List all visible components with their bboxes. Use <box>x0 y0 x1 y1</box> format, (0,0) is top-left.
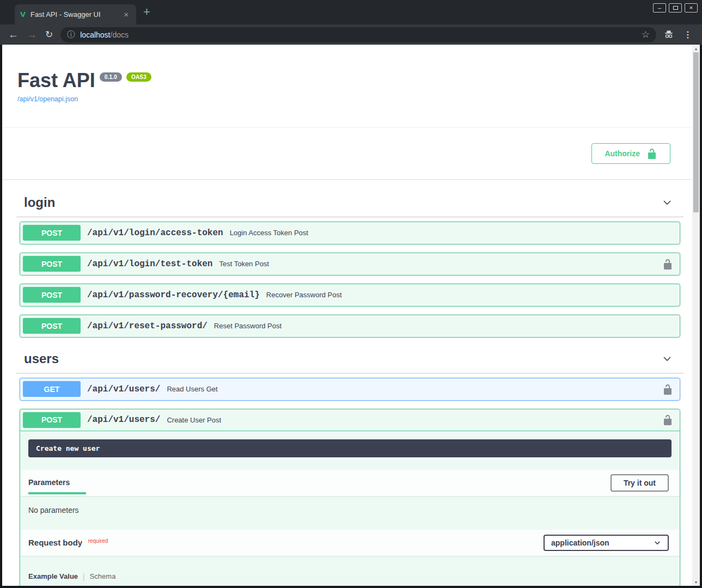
method-badge: POST <box>23 412 81 428</box>
auth-lock-button[interactable] <box>662 414 673 425</box>
url-bar[interactable]: ⓘ localhost /docs ☆ <box>60 27 656 42</box>
opblock-body: Create new user Parameters Try it out No… <box>20 431 680 586</box>
chevron-down-icon[interactable] <box>662 197 673 208</box>
tab-title: Fast API - Swagger UI <box>30 10 121 19</box>
op-summary: Create User Post <box>167 416 221 424</box>
request-body-section-header: Request body required application/json <box>20 530 680 556</box>
request-body-label: Request body <box>28 538 82 547</box>
forward-icon[interactable]: → <box>27 29 37 40</box>
browser-tab[interactable]: V Fast API - Swagger UI × <box>15 4 136 24</box>
op-summary: Login Access Token Post <box>230 229 308 237</box>
scroll-down-icon[interactable]: ▼ <box>692 578 700 586</box>
operation-list-users: GET /api/v1/users/ Read Users Get POST /… <box>16 373 683 586</box>
browser-titlebar: V Fast API - Swagger UI × + – × <box>0 0 702 24</box>
openapi-spec-link[interactable]: /api/v1/openapi.json <box>17 95 78 103</box>
op-path: /api/v1/login/access-token <box>87 228 223 238</box>
unlock-icon <box>646 148 657 159</box>
chevron-down-icon[interactable] <box>662 353 673 364</box>
minimize-button[interactable]: – <box>653 3 666 13</box>
op-summary: Reset Password Post <box>214 322 282 330</box>
method-badge: POST <box>23 318 81 334</box>
browser-menu-icon[interactable]: ⋮ <box>683 29 692 40</box>
unlock-icon <box>662 259 673 270</box>
scheme-container: Authorize <box>2 128 692 179</box>
parameters-section-header: Parameters Try it out <box>20 470 680 496</box>
method-badge: POST <box>23 256 81 272</box>
unlock-icon <box>662 414 673 425</box>
opblock-read-users[interactable]: GET /api/v1/users/ Read Users Get <box>20 378 680 401</box>
opblock-create-user-header[interactable]: POST /api/v1/users/ Create User Post <box>20 409 680 431</box>
section-name: users <box>24 351 59 366</box>
tab-parameters[interactable]: Parameters <box>28 471 86 494</box>
chevron-down-icon <box>654 539 661 547</box>
media-type-select[interactable]: application/json <box>544 535 669 551</box>
opblock-login-test-token[interactable]: POST /api/v1/login/test-token Test Token… <box>20 253 680 275</box>
opblock-create-user: POST /api/v1/users/ Create User Post Cre… <box>20 409 680 586</box>
url-host: localhost <box>80 30 110 39</box>
op-summary: Recover Password Post <box>266 291 342 299</box>
op-path: /api/v1/users/ <box>87 384 160 394</box>
try-it-out-button[interactable]: Try it out <box>611 474 669 492</box>
new-tab-button[interactable]: + <box>143 5 150 19</box>
required-label: required <box>88 538 108 544</box>
section-header-login[interactable]: login <box>16 189 683 217</box>
maximize-button[interactable] <box>669 3 682 13</box>
back-icon[interactable]: ← <box>8 29 19 40</box>
site-info-icon[interactable]: ⓘ <box>67 30 75 40</box>
op-path: /api/v1/reset-password/ <box>87 321 207 331</box>
opblock-password-recovery[interactable]: POST /api/v1/password-recovery/{email} R… <box>20 284 680 307</box>
api-info: Fast API0.1.0OAS3 /api/v1/openapi.json <box>2 45 692 103</box>
operation-description: Create new user <box>28 439 672 457</box>
section-header-users[interactable]: users <box>16 346 683 373</box>
op-path: /api/v1/password-recovery/{email} <box>87 290 260 300</box>
op-path: /api/v1/login/test-token <box>87 259 212 269</box>
opblock-reset-password[interactable]: POST /api/v1/reset-password/ Reset Passw… <box>20 315 680 338</box>
scrollbar-thumb[interactable] <box>693 52 699 212</box>
op-summary: Read Users Get <box>167 385 217 393</box>
op-path: /api/v1/users/ <box>87 415 160 425</box>
media-type-value: application/json <box>551 538 654 547</box>
scroll-up-icon[interactable]: ▲ <box>692 45 700 52</box>
tab-schema[interactable]: Schema <box>90 572 116 580</box>
auth-lock-button[interactable] <box>662 259 673 270</box>
method-badge: POST <box>23 225 81 241</box>
page-viewport: Fast API0.1.0OAS3 /api/v1/openapi.json A… <box>2 45 692 586</box>
close-button[interactable]: × <box>685 3 698 13</box>
method-badge: GET <box>23 381 81 397</box>
page-title: Fast API0.1.0OAS3 <box>17 70 677 91</box>
incognito-icon <box>663 29 675 41</box>
url-path: /docs <box>111 30 129 39</box>
operation-list-login: POST /api/v1/login/access-token Login Ac… <box>16 217 683 338</box>
bookmark-star-icon[interactable]: ☆ <box>642 29 650 40</box>
oas-badge: OAS3 <box>126 72 151 82</box>
tab-example-value[interactable]: Example Value <box>28 572 78 580</box>
method-badge: POST <box>23 287 81 303</box>
browser-toolbar: ← → ↻ ⓘ localhost /docs ☆ ⋮ <box>0 24 702 45</box>
maximize-icon <box>673 6 678 10</box>
version-badge: 0.1.0 <box>100 72 122 82</box>
op-summary: Test Token Post <box>219 260 269 268</box>
page-scrollbar: ▲ ▼ <box>692 45 700 586</box>
tab-close-icon[interactable]: × <box>121 10 131 19</box>
tab-divider: | <box>83 572 85 581</box>
authorize-button[interactable]: Authorize <box>591 143 670 164</box>
section-name: login <box>24 195 55 210</box>
auth-lock-button[interactable] <box>662 384 673 395</box>
unlock-icon <box>662 384 673 395</box>
reload-icon[interactable]: ↻ <box>45 30 53 39</box>
opblock-login-access-token[interactable]: POST /api/v1/login/access-token Login Ac… <box>20 222 680 244</box>
favicon-icon: V <box>20 10 26 19</box>
no-parameters-text: No parameters <box>20 496 680 530</box>
